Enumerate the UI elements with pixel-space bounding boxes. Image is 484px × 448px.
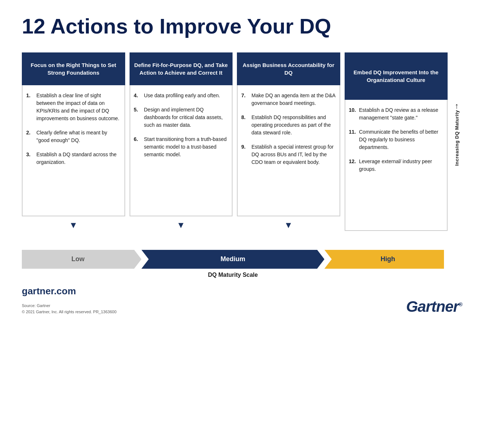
item-num: 9.	[241, 143, 249, 166]
item-text: Establish a clear line of sight between …	[36, 92, 121, 122]
item-num: 3.	[26, 151, 34, 166]
item-text: Clearly define what is meant by "good en…	[36, 129, 121, 144]
list-item: 2. Clearly define what is meant by "good…	[26, 129, 121, 144]
up-arrow-icon: ↑	[455, 102, 459, 110]
page-title: 12 Actions to Improve Your DQ	[22, 15, 462, 38]
item-num: 4.	[134, 92, 142, 99]
maturity-scale-label: DQ Maturity Scale	[22, 272, 444, 278]
item-num: 10.	[349, 106, 357, 122]
item-num: 12.	[349, 158, 357, 173]
vertical-label-area: ↑ Increasing DQ Maturity	[448, 52, 462, 247]
item-num: 11.	[349, 128, 357, 151]
list-item: 11. Communicate the benefits of better D…	[349, 128, 444, 151]
vertical-maturity-label: Increasing DQ Maturity	[454, 110, 460, 166]
col3-body: 7. Make DQ an agenda item at the D&A gov…	[237, 85, 340, 216]
item-num: 1.	[26, 92, 34, 122]
col1-body: 1. Establish a clear line of sight betwe…	[22, 85, 125, 216]
item-text: Use data profiling early and often.	[144, 92, 220, 99]
list-item: 12. Leverage external/ industry peer gro…	[349, 158, 444, 173]
diagram-area: Focus on the Right Things to Set Strong …	[22, 52, 462, 247]
col2-header: Define Fit-for-Purpose DQ, and Take Acti…	[130, 52, 233, 85]
item-text: Communicate the benefits of better DQ re…	[359, 128, 444, 151]
down-arrow-icon: ▼	[130, 216, 233, 232]
footer-left: gartner.com Source: Gartner © 2021 Gartn…	[22, 286, 116, 315]
item-num: 6.	[134, 135, 142, 158]
item-text: Establish DQ responsibilities and operat…	[251, 114, 336, 137]
item-text: Start transitioning from a truth-based s…	[144, 135, 229, 158]
maturity-bar: Low Medium High	[22, 250, 444, 269]
column-3: Assign Business Accountability for DQ 7.…	[237, 52, 340, 232]
gartner-logo: Gartner®	[406, 298, 462, 315]
maturity-low: Low	[22, 250, 142, 269]
item-text: Establish a DQ review as a release manag…	[359, 106, 444, 122]
list-item: 5. Design and implement DQ dashboards fo…	[134, 106, 229, 129]
maturity-section: Low Medium High DQ Maturity Scale	[22, 250, 462, 278]
columns-wrapper: Focus on the Right Things to Set Strong …	[22, 52, 448, 247]
column-2: Define Fit-for-Purpose DQ, and Take Acti…	[130, 52, 233, 232]
col4-header: Embed DQ Improvement Into the Organizati…	[345, 52, 448, 100]
item-text: Leverage external/ industry peer groups.	[359, 158, 444, 173]
col3-header: Assign Business Accountability for DQ	[237, 52, 340, 85]
list-item: 7. Make DQ an agenda item at the D&A gov…	[241, 92, 336, 107]
item-num: 8.	[241, 114, 249, 137]
item-num: 7.	[241, 92, 249, 107]
col1-header: Focus on the Right Things to Set Strong …	[22, 52, 125, 85]
footer: gartner.com Source: Gartner © 2021 Gartn…	[22, 286, 462, 315]
list-item: 1. Establish a clear line of sight betwe…	[26, 92, 121, 122]
col2-body: 4. Use data profiling early and often. 5…	[130, 85, 233, 216]
down-arrow-icon: ▼	[22, 216, 125, 232]
list-item: 8. Establish DQ responsibilities and ope…	[241, 114, 336, 137]
list-item: 3. Establish a DQ standard across the or…	[26, 151, 121, 166]
gartner-url: gartner.com	[22, 286, 116, 297]
item-text: Establish a DQ standard across the organ…	[36, 151, 121, 166]
item-num: 2.	[26, 129, 34, 144]
list-item: 10. Establish a DQ review as a release m…	[349, 106, 444, 122]
item-text: Establish a special interest group for D…	[251, 143, 336, 166]
item-num: 5.	[134, 106, 142, 129]
list-item: 6. Start transitioning from a truth-base…	[134, 135, 229, 158]
item-text: Make DQ an agenda item at the D&A govern…	[251, 92, 336, 107]
source-text: Source: Gartner © 2021 Gartner, Inc. All…	[22, 303, 116, 315]
column-4: Embed DQ Improvement Into the Organizati…	[345, 52, 448, 247]
down-arrow-icon: ▼	[237, 216, 340, 232]
column-1: Focus on the Right Things to Set Strong …	[22, 52, 125, 232]
maturity-high: High	[324, 250, 444, 269]
col4-body: 10. Establish a DQ review as a release m…	[345, 100, 448, 231]
maturity-medium: Medium	[142, 250, 325, 269]
list-item: 9. Establish a special interest group fo…	[241, 143, 336, 166]
item-text: Design and implement DQ dashboards for c…	[144, 106, 229, 129]
list-item: 4. Use data profiling early and often.	[134, 92, 229, 99]
